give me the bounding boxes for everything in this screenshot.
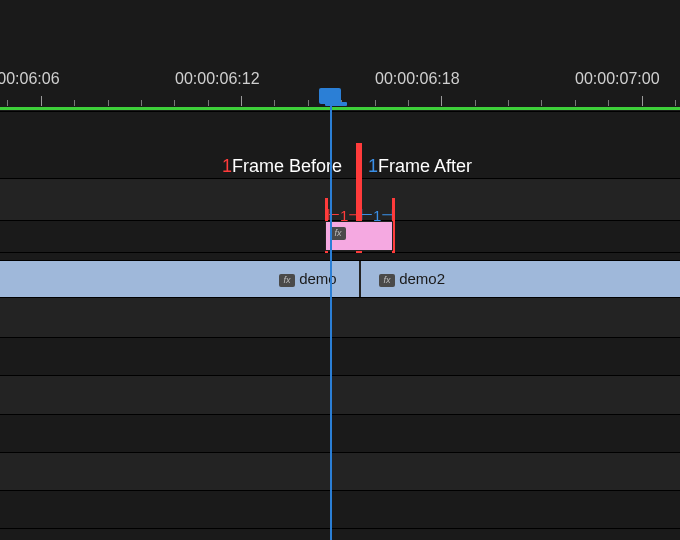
track-divider	[0, 297, 680, 298]
ruler-tick-minor	[141, 100, 142, 106]
ruler-tick-minor	[541, 100, 542, 106]
track-divider	[0, 414, 680, 415]
timecode-label: 00:00:06:12	[175, 70, 260, 88]
playhead-notch[interactable]	[325, 102, 347, 106]
ruler-tick-major	[642, 96, 643, 106]
ruler-tick-minor	[274, 100, 275, 106]
ruler-tick-minor	[575, 100, 576, 106]
track-lane[interactable]	[0, 297, 680, 337]
video-track-v1[interactable]: fx demo fx demo2	[0, 261, 680, 297]
ruler-tick-minor	[7, 100, 8, 106]
work-area-bar[interactable]	[0, 107, 680, 110]
track-divider	[0, 252, 680, 253]
track-divider	[0, 490, 680, 491]
ruler-tick-major	[441, 96, 442, 106]
timecode-label: 00:00:06:06	[0, 70, 60, 88]
ruler-tick-minor	[108, 100, 109, 106]
ruler-tick-minor	[308, 100, 309, 106]
ruler-tick-minor	[508, 100, 509, 106]
track-divider	[0, 452, 680, 453]
timecode-label: 00:00:07:00	[575, 70, 660, 88]
clip-cut-line[interactable]	[359, 261, 361, 297]
transition-clip[interactable]: fx	[325, 221, 393, 251]
track-lane[interactable]	[0, 452, 680, 490]
track-divider	[0, 111, 680, 112]
ruler-tick-major	[41, 96, 42, 106]
timeline-canvas[interactable]: 00:00:06:0600:00:06:1200:00:06:1800:00:0…	[0, 0, 680, 540]
fx-icon: fx	[330, 227, 346, 240]
clip-a-label: fx demo	[279, 270, 337, 287]
track-divider	[0, 528, 680, 529]
track-divider	[0, 375, 680, 376]
annotation-before-label: 1Frame Before	[222, 156, 342, 177]
ruler-tick-minor	[208, 100, 209, 106]
timecode-label: 00:00:06:18	[375, 70, 460, 88]
ruler-tick-major	[241, 96, 242, 106]
annotation-after-label: 1Frame After	[368, 156, 472, 177]
track-divider	[0, 178, 680, 179]
ruler-tick-minor	[475, 100, 476, 106]
clip-b-label: fx demo2	[379, 270, 445, 287]
ruler-tick-minor	[174, 100, 175, 106]
fx-icon: fx	[379, 274, 395, 287]
playhead-line[interactable]	[330, 104, 332, 540]
track-divider	[0, 337, 680, 338]
ruler-tick-minor	[375, 100, 376, 106]
track-lane[interactable]	[0, 375, 680, 414]
ruler-tick-minor	[74, 100, 75, 106]
ruler-tick-minor	[608, 100, 609, 106]
fx-icon: fx	[279, 274, 295, 287]
ruler-tick-minor	[408, 100, 409, 106]
ruler-tick-minor	[675, 100, 676, 106]
